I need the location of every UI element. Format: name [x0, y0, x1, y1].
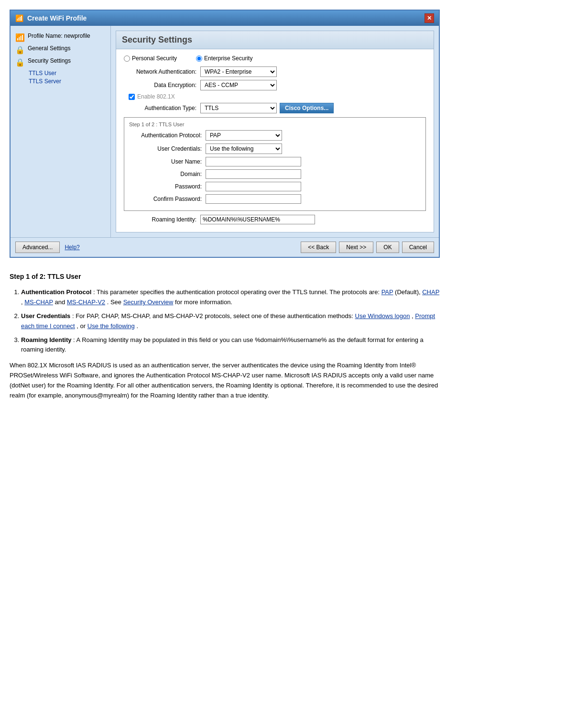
auth-protocol-control: PAP: [206, 130, 282, 141]
lock-icon-security: 🔒: [15, 58, 25, 67]
user-credentials-dropdown[interactable]: Use the following: [206, 143, 282, 154]
username-row: User Name:: [143, 157, 421, 166]
auth-type-control: TTLS Cisco Options...: [200, 103, 334, 113]
network-auth-label: Network Authentication:: [124, 68, 200, 75]
data-encryption-control: AES - CCMP: [200, 80, 277, 90]
step-box-title: Step 1 of 2 : TTLS User: [129, 121, 421, 127]
auth-type-label: Authentication Type:: [124, 105, 200, 111]
create-wifi-profile-dialog: 📶 Create WiFi Profile ✕ 📶 Profile Name: …: [10, 10, 440, 258]
auth-protocol-row: Authentication Protocol: PAP: [129, 130, 421, 141]
dialog-title: Create WiFi Profile: [27, 14, 87, 22]
step-box: Step 1 of 2 : TTLS User Authentication P…: [124, 117, 426, 211]
auth-protocol-dropdown[interactable]: PAP: [206, 130, 282, 141]
use-the-following-link[interactable]: Use the following: [87, 322, 135, 330]
ttls-server-item[interactable]: TTLS Server: [29, 78, 106, 85]
enable-8021x-label: Enable 802.1X: [137, 93, 175, 100]
wifi-icon: 📶: [15, 33, 25, 42]
auth-protocol-term: Authentication Protocol: [21, 288, 91, 296]
confirm-password-input[interactable]: [206, 194, 301, 204]
panel-title: Security Settings: [116, 31, 434, 49]
help-link[interactable]: Help?: [65, 244, 79, 251]
use-windows-logon-link[interactable]: Use Windows logon: [355, 312, 410, 320]
network-auth-dropdown[interactable]: WPA2 - Enterprise: [200, 66, 277, 77]
personal-security-radio-label[interactable]: Personal Security: [124, 55, 177, 62]
network-auth-control: WPA2 - Enterprise: [200, 66, 277, 77]
ttls-user-item[interactable]: TTLS User: [29, 70, 106, 77]
security-overview-link[interactable]: Security Overview: [123, 298, 174, 306]
enterprise-security-radio-label[interactable]: Enterprise Security: [196, 55, 252, 62]
password-label: Password:: [143, 183, 206, 190]
left-panel: 📶 Profile Name: newprofile 🔒 General Set…: [11, 26, 111, 237]
general-settings-item[interactable]: 🔒 General Settings: [15, 45, 106, 55]
personal-security-label: Personal Security: [132, 55, 177, 62]
auth-type-row: Authentication Type: TTLS Cisco Options.…: [124, 103, 426, 113]
pap-link[interactable]: PAP: [381, 288, 393, 296]
enterprise-security-label: Enterprise Security: [204, 55, 252, 62]
security-settings-label: Security Settings: [28, 57, 71, 64]
footer-right: << Back Next >> OK Cancel: [301, 242, 434, 253]
roaming-identity-term: Roaming Identity: [21, 336, 71, 343]
confirm-password-label: Confirm Password:: [143, 196, 206, 202]
footer-left: Advanced... Help?: [15, 242, 80, 253]
titlebar-left: 📶 Create WiFi Profile: [15, 14, 87, 22]
personal-security-radio[interactable]: [124, 55, 130, 62]
lock-icon-general: 🔒: [15, 45, 25, 55]
profile-name-item: 📶 Profile Name: newprofile: [15, 33, 106, 42]
ttls-server-label: TTLS Server: [29, 78, 61, 85]
auth-protocol-label: Authentication Protocol:: [129, 132, 206, 139]
cisco-options-button[interactable]: Cisco Options...: [280, 103, 334, 113]
ms-chap-link[interactable]: MS-CHAP: [24, 298, 53, 306]
data-encryption-label: Data Encryption:: [124, 82, 200, 88]
domain-label: Domain:: [143, 171, 206, 177]
cancel-button[interactable]: Cancel: [402, 242, 434, 253]
right-panel: Security Settings Personal Security Ente…: [116, 31, 434, 232]
enterprise-security-radio[interactable]: [196, 55, 202, 62]
network-auth-row: Network Authentication: WPA2 - Enterpris…: [124, 66, 426, 77]
security-settings-item[interactable]: 🔒 Security Settings: [15, 57, 106, 67]
password-input[interactable]: [206, 182, 301, 191]
domain-row: Domain:: [143, 169, 421, 179]
roaming-identity-row: Roaming Identity:: [124, 215, 426, 224]
description-section: Step 1 of 2: TTLS User Authentication Pr…: [10, 271, 440, 400]
auth-type-dropdown[interactable]: TTLS: [200, 103, 277, 113]
dialog-titlebar: 📶 Create WiFi Profile ✕: [11, 11, 439, 26]
user-credentials-text: : For PAP, CHAP, MS-CHAP, and MS-CHAP-V2…: [72, 312, 355, 320]
domain-input[interactable]: [206, 169, 301, 179]
description-item-2: User Credentials : For PAP, CHAP, MS-CHA…: [21, 311, 440, 331]
back-button[interactable]: << Back: [301, 242, 336, 253]
security-toggle: Personal Security Enterprise Security: [124, 55, 426, 62]
dialog-body: 📶 Profile Name: newprofile 🔒 General Set…: [11, 26, 439, 237]
enable-8021x-row: Enable 802.1X: [129, 93, 426, 100]
description-item-3: Roaming Identity : A Roaming Identity ma…: [21, 335, 440, 355]
advanced-button[interactable]: Advanced...: [15, 242, 60, 253]
user-credentials-term: User Credentials: [21, 312, 70, 320]
user-credentials-control: Use the following: [206, 143, 282, 154]
description-heading: Step 1 of 2: TTLS User: [10, 271, 440, 282]
description-list: Authentication Protocol : This parameter…: [21, 287, 440, 355]
roaming-identity-label: Roaming Identity:: [124, 216, 200, 223]
ok-button[interactable]: OK: [376, 242, 399, 253]
roaming-identity-text: : A Roaming Identity may be populated in…: [21, 336, 424, 353]
data-encryption-dropdown[interactable]: AES - CCMP: [200, 80, 277, 90]
enable-8021x-checkbox[interactable]: [129, 94, 135, 100]
user-credentials-label: User Credentials:: [129, 145, 206, 152]
general-settings-label: General Settings: [28, 45, 70, 52]
credentials-sub-form: User Name: Domain: Password: Confirm Pas…: [143, 157, 421, 204]
wifi-title-icon: 📶: [15, 14, 23, 22]
username-input[interactable]: [206, 157, 301, 166]
close-button[interactable]: ✕: [425, 13, 434, 23]
description-item-1: Authentication Protocol : This parameter…: [21, 287, 440, 308]
ms-chap-v2-link[interactable]: MS-CHAP-V2: [67, 298, 105, 306]
confirm-password-row: Confirm Password:: [143, 194, 421, 204]
description-paragraph: When 802.1X Microsoft IAS RADIUS is used…: [10, 361, 440, 400]
user-credentials-row: User Credentials: Use the following: [129, 143, 421, 154]
data-encryption-row: Data Encryption: AES - CCMP: [124, 80, 426, 90]
username-label: User Name:: [143, 158, 206, 165]
password-row: Password:: [143, 182, 421, 191]
roaming-identity-input[interactable]: [200, 215, 315, 224]
next-button[interactable]: Next >>: [339, 242, 373, 253]
dialog-footer: Advanced... Help? << Back Next >> OK Can…: [11, 237, 439, 257]
ttls-user-label: TTLS User: [29, 70, 56, 77]
chap-link[interactable]: CHAP: [422, 288, 439, 296]
profile-name-label: Profile Name: newprofile: [28, 33, 90, 39]
